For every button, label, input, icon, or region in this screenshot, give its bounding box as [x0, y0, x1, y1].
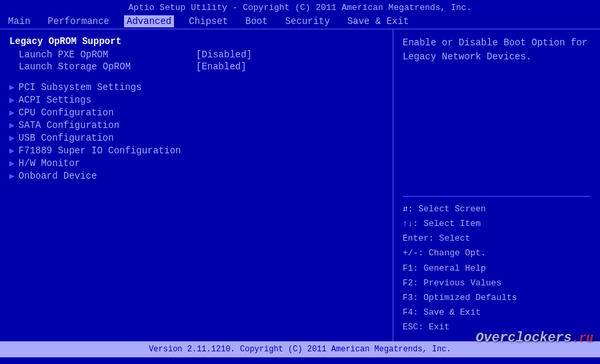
nav-arrow-icon: ▶: [9, 82, 15, 93]
footer-text: Version 2.11.1210. Copyright (C) 2011 Am…: [149, 345, 451, 354]
menu-bar: MainPerformanceAdvancedChipsetBootSecuri…: [0, 14, 600, 29]
menu-item-advanced[interactable]: Advanced: [124, 15, 174, 27]
nav-item-label: Onboard Device: [19, 171, 97, 181]
watermark-main: Overclockers: [476, 330, 572, 345]
nav-item-usb-configuration[interactable]: ▶USB Configuration: [9, 133, 383, 143]
key-help-line: +/-: Change Opt.: [403, 246, 591, 261]
help-text: Enable or Disable Boot Option for Legacy…: [403, 36, 591, 197]
key-help-line: F2: Previous Values: [403, 276, 591, 291]
key-help-line: ↑↓: Select Item: [403, 217, 591, 231]
key-help: ⇵: Select Screen↑↓: Select ItemEnter: Se…: [403, 202, 591, 335]
nav-item-label: CPU Configuration: [19, 107, 114, 118]
nav-arrow-icon: ▶: [9, 95, 15, 105]
settings-container: Launch PXE OpROM[Disabled]Launch Storage…: [9, 49, 383, 72]
setting-label: Launch Storage OpROM: [9, 61, 196, 72]
nav-item-label: H/W Monitor: [19, 158, 80, 169]
menu-item-chipset[interactable]: Chipset: [186, 15, 231, 27]
nav-container: ▶PCI Subsystem Settings▶ACPI Settings▶CP…: [9, 82, 383, 181]
menu-item-main[interactable]: Main: [5, 15, 33, 27]
setting-value[interactable]: [Disabled]: [196, 49, 252, 60]
nav-arrow-icon: ▶: [9, 133, 15, 143]
menu-item-performance[interactable]: Performance: [45, 15, 112, 27]
nav-item-f71889-super-io-configuration[interactable]: ▶F71889 Super IO Configuration: [9, 145, 383, 156]
nav-item-pci-subsystem-settings[interactable]: ▶PCI Subsystem Settings: [9, 82, 383, 93]
nav-item-label: PCI Subsystem Settings: [19, 82, 142, 93]
right-panel: Enable or Disable Boot Option for Legacy…: [393, 29, 600, 341]
key-help-line: F3: Optimized Defaults: [403, 291, 591, 305]
menu-item-security[interactable]: Security: [283, 15, 333, 27]
key-help-line: F4: Save & Exit: [403, 305, 591, 320]
nav-item-label: F71889 Super IO Configuration: [19, 145, 181, 156]
section-title: Legacy OpROM Support: [9, 36, 383, 47]
setting-row: Launch Storage OpROM[Enabled]: [9, 61, 383, 72]
nav-item-label: ACPI Settings: [19, 95, 91, 105]
key-help-line: F1: General Help: [403, 261, 591, 276]
nav-arrow-icon: ▶: [9, 120, 15, 131]
nav-item-acpi-settings[interactable]: ▶ACPI Settings: [9, 95, 383, 105]
nav-item-cpu-configuration[interactable]: ▶CPU Configuration: [9, 107, 383, 118]
nav-item-sata-configuration[interactable]: ▶SATA Configuration: [9, 120, 383, 131]
title-bar: Aptio Setup Utility - Copyright (C) 2011…: [0, 0, 600, 14]
nav-item-label: SATA Configuration: [19, 120, 119, 131]
nav-item-h-w-monitor[interactable]: ▶H/W Monitor: [9, 158, 383, 169]
nav-arrow-icon: ▶: [9, 145, 15, 156]
key-help-line: Enter: Select: [403, 231, 591, 246]
nav-arrow-icon: ▶: [9, 107, 15, 118]
left-panel: Legacy OpROM Support Launch PXE OpROM[Di…: [0, 29, 393, 341]
nav-item-onboard-device[interactable]: ▶Onboard Device: [9, 171, 383, 181]
title-text: Aptio Setup Utility - Copyright (C) 2011…: [129, 3, 472, 13]
setting-row: Launch PXE OpROM[Disabled]: [9, 49, 383, 60]
setting-label: Launch PXE OpROM: [9, 49, 196, 60]
main-area: Legacy OpROM Support Launch PXE OpROM[Di…: [0, 29, 600, 341]
menu-item-save---exit[interactable]: Save & Exit: [345, 15, 411, 27]
setting-value[interactable]: [Enabled]: [196, 61, 247, 72]
watermark-sub: .ru: [572, 331, 593, 345]
watermark: Overclockers .ru: [476, 330, 593, 345]
nav-item-label: USB Configuration: [19, 133, 114, 143]
menu-item-boot[interactable]: Boot: [243, 15, 271, 27]
nav-arrow-icon: ▶: [9, 158, 15, 169]
nav-arrow-icon: ▶: [9, 171, 15, 181]
key-help-line: ⇵: Select Screen: [403, 202, 591, 217]
